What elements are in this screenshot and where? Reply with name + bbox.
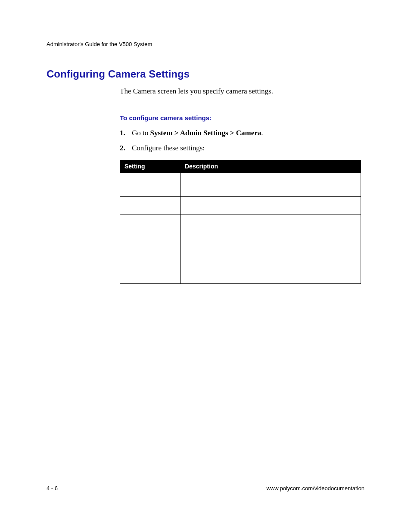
settings-table: Setting Description [120,160,361,284]
intro-paragraph: The Camera screen lets you specify camer… [120,86,364,97]
setting-cell [120,196,181,215]
step-text-prefix: Configure these settings: [132,144,205,152]
document-page: Administrator's Guide for the V500 Syste… [0,0,411,532]
table-row [120,172,361,196]
table-header-row: Setting Description [120,160,361,172]
table-row [120,196,361,215]
table-row [120,215,361,283]
description-cell [181,196,361,215]
setting-cell [120,215,181,283]
step-text-suffix: . [261,129,263,137]
page-number: 4 - 6 [47,485,58,492]
footer-url: www.polycom.com/videodocumentation [266,485,364,492]
step-item: 2. Configure these settings: [120,143,364,154]
page-footer: 4 - 6 www.polycom.com/videodocumentation [47,485,364,492]
table-header-setting: Setting [120,160,181,172]
description-cell [181,215,361,283]
procedure-steps: 1. Go to System > Admin Settings > Camer… [120,128,364,154]
running-header: Administrator's Guide for the V500 Syste… [47,41,364,47]
step-number: 1. [120,128,132,139]
step-text-bold: System > Admin Settings > Camera [150,129,262,137]
step-number: 2. [120,143,132,154]
section-title: Configuring Camera Settings [47,68,364,80]
description-cell [181,172,361,196]
step-body: Configure these settings: [132,143,364,154]
setting-cell [120,172,181,196]
step-text-prefix: Go to [132,129,150,137]
table-header-description: Description [181,160,361,172]
step-item: 1. Go to System > Admin Settings > Camer… [120,128,364,139]
step-body: Go to System > Admin Settings > Camera. [132,128,364,139]
procedure-subhead: To configure camera settings: [120,114,364,121]
